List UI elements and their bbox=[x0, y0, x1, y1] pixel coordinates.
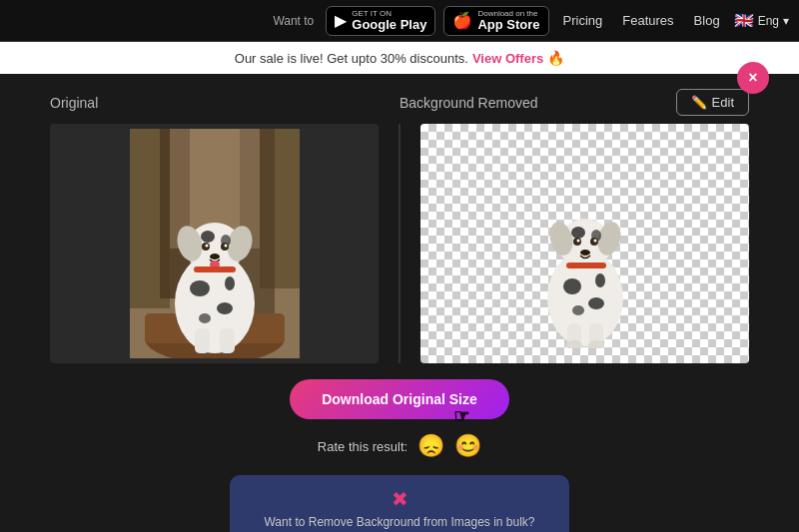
promo-card: ✖ Want to Remove Background from Images … bbox=[230, 475, 569, 532]
svg-point-21 bbox=[224, 245, 227, 248]
svg-rect-24 bbox=[194, 266, 236, 272]
bg-removed-label: Background Removed bbox=[400, 95, 538, 111]
rate-label: Rate this result: bbox=[318, 439, 407, 454]
edit-button[interactable]: ✏️ Edit bbox=[676, 89, 749, 116]
pricing-link[interactable]: Pricing bbox=[557, 13, 609, 28]
flag-icon: 🇬🇧 bbox=[734, 11, 754, 30]
chevron-down-icon: ▾ bbox=[783, 14, 789, 28]
language-selector[interactable]: 🇬🇧 Eng ▾ bbox=[734, 11, 789, 30]
rate-section: Rate this result: 😞 😊 bbox=[50, 433, 749, 459]
fire-icon: 🔥 bbox=[547, 50, 564, 66]
svg-point-10 bbox=[217, 302, 233, 314]
close-icon: × bbox=[748, 69, 757, 87]
svg-point-9 bbox=[190, 280, 210, 296]
blog-link[interactable]: Blog bbox=[688, 13, 726, 28]
bg-removed-image-container bbox=[420, 124, 749, 363]
download-label: Download Original Size bbox=[322, 391, 477, 407]
svg-point-29 bbox=[588, 297, 604, 309]
svg-rect-25 bbox=[195, 328, 210, 353]
google-play-texts: GET IT ON Google Play bbox=[352, 10, 426, 31]
lang-label: Eng bbox=[758, 14, 779, 28]
svg-point-41 bbox=[580, 250, 590, 256]
pencil-icon: ✏️ bbox=[691, 95, 707, 110]
bg-removed-dog-image bbox=[520, 139, 650, 348]
sad-rating-button[interactable]: 😞 bbox=[417, 433, 444, 459]
google-play-icon: ▶ bbox=[335, 11, 347, 30]
svg-point-30 bbox=[572, 305, 584, 315]
sale-text: Our sale is live! Get upto 30% discounts… bbox=[235, 51, 468, 66]
image-divider bbox=[399, 124, 400, 363]
app-store-button[interactable]: 🍎 Download on the App Store bbox=[443, 6, 548, 36]
want-to-text: Want to bbox=[273, 14, 314, 28]
images-row bbox=[50, 124, 749, 363]
edit-label: Edit bbox=[712, 95, 734, 110]
svg-point-11 bbox=[199, 313, 211, 323]
svg-rect-42 bbox=[566, 263, 606, 268]
app-store-label-big: App Store bbox=[477, 18, 539, 31]
svg-point-16 bbox=[201, 231, 215, 243]
svg-point-22 bbox=[210, 254, 220, 260]
original-image-container bbox=[50, 124, 379, 363]
apple-icon: 🍎 bbox=[452, 11, 472, 30]
original-label: Original bbox=[50, 95, 400, 111]
close-button[interactable]: × bbox=[737, 62, 769, 94]
svg-point-20 bbox=[205, 245, 208, 248]
svg-point-12 bbox=[225, 276, 235, 290]
happy-rating-button[interactable]: 😊 bbox=[454, 433, 481, 459]
main-content: Original Background Removed ✏️ Edit bbox=[0, 74, 799, 532]
bg-removed-group: Background Removed ✏️ Edit bbox=[400, 89, 749, 116]
view-offers-link[interactable]: View Offers bbox=[472, 51, 543, 66]
sale-banner: Our sale is live! Get upto 30% discounts… bbox=[0, 42, 799, 74]
cursor-icon: ☞ bbox=[453, 405, 469, 427]
promo-text: Want to Remove Background from Images in… bbox=[264, 515, 534, 529]
download-section: Download Original Size ☞ bbox=[50, 379, 749, 419]
original-dog-image bbox=[130, 129, 300, 358]
svg-rect-26 bbox=[220, 328, 235, 353]
top-nav: Want to ▶ GET IT ON Google Play 🍎 Downlo… bbox=[0, 0, 799, 42]
svg-point-31 bbox=[595, 273, 605, 287]
app-store-texts: Download on the App Store bbox=[477, 10, 539, 31]
svg-point-40 bbox=[593, 240, 596, 243]
google-play-button[interactable]: ▶ GET IT ON Google Play bbox=[326, 6, 435, 36]
google-play-label-big: Google Play bbox=[352, 18, 426, 31]
header-section: Original Background Removed ✏️ Edit bbox=[50, 89, 749, 116]
bulk-icon: ✖ bbox=[392, 487, 408, 511]
svg-point-28 bbox=[563, 278, 581, 294]
download-button[interactable]: Download Original Size ☞ bbox=[290, 379, 509, 419]
svg-point-35 bbox=[571, 227, 585, 239]
header-labels: Original Background Removed ✏️ Edit bbox=[50, 89, 749, 116]
features-link[interactable]: Features bbox=[616, 13, 679, 28]
svg-point-39 bbox=[576, 240, 579, 243]
